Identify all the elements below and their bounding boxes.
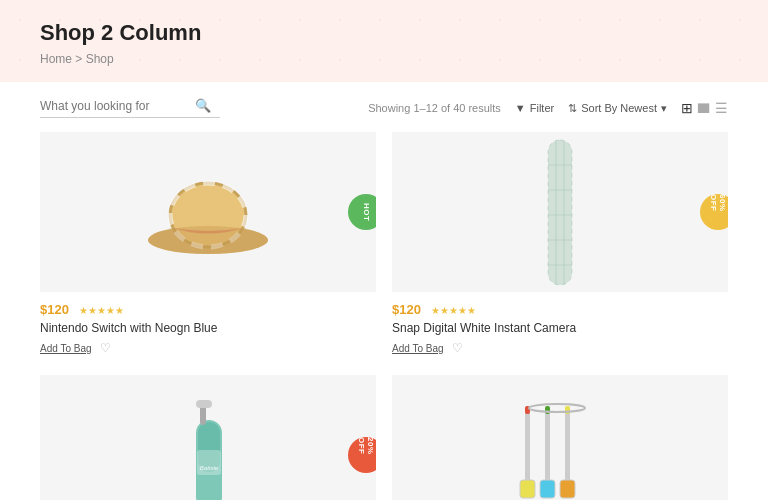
svg-point-4	[148, 226, 268, 254]
filter-icon: ▼	[515, 102, 526, 114]
search-icon[interactable]: 🔍	[195, 98, 211, 113]
breadcrumb: Home > Shop	[40, 52, 728, 66]
toolbar: 🔍 Showing 1–12 of 40 results ▼ Filter ⇅ …	[40, 98, 728, 118]
product-image-wrapper: Batiste 20% OFF	[40, 375, 376, 500]
toolbar-right: Showing 1–12 of 40 results ▼ Filter ⇅ So…	[368, 101, 728, 115]
results-count: Showing 1–12 of 40 results	[368, 102, 501, 114]
product-image-wrapper	[392, 375, 728, 500]
svg-rect-21	[520, 480, 535, 498]
add-to-bag-button[interactable]: Add To Bag	[40, 343, 92, 354]
search-wrapper[interactable]: 🔍	[40, 98, 220, 118]
svg-rect-20	[525, 410, 530, 485]
grid-view-icon[interactable]: ⊞	[681, 101, 693, 115]
sort-icon: ⇅	[568, 102, 577, 115]
product-image-wrapper: 60% OFF	[392, 132, 728, 292]
product-actions: Add To Bag ♡	[392, 341, 728, 355]
svg-rect-5	[548, 140, 572, 285]
svg-rect-27	[560, 480, 575, 498]
wishlist-icon[interactable]: ♡	[100, 341, 111, 355]
product-badge: HOT	[348, 194, 376, 230]
product-name: Snap Digital White Instant Camera	[392, 321, 728, 335]
product-card: Batiste 20% OFF $120 ★★★★★ Product 3 Add…	[40, 375, 376, 500]
header-banner: Shop 2 Column Home > Shop	[0, 0, 768, 82]
filter-button[interactable]: ▼ Filter	[515, 102, 554, 114]
product-actions: Add To Bag ♡	[40, 341, 376, 355]
product-image-wrapper: HOT	[40, 132, 376, 292]
product-name: Nintendo Switch with Neogn Blue	[40, 321, 376, 335]
wishlist-icon[interactable]: ♡	[452, 341, 463, 355]
product-badge: 20% OFF	[348, 437, 376, 473]
sort-button[interactable]: ⇅ Sort By Newest ▾	[568, 102, 667, 115]
product-card: HOT $120 ★★★★★ Nintendo Switch with Neog…	[40, 132, 376, 359]
view-icons: ⊞ ⯀ ☰	[681, 101, 728, 115]
product-badge: 60% OFF	[700, 194, 728, 230]
page-title: Shop 2 Column	[40, 20, 728, 46]
add-to-bag-button[interactable]: Add To Bag	[392, 343, 444, 354]
product-stars: ★★★★★	[79, 305, 124, 316]
svg-rect-17	[196, 400, 212, 408]
svg-point-29	[529, 404, 585, 412]
product-price: $120	[40, 302, 69, 317]
chevron-down-icon: ▾	[661, 102, 667, 115]
grid-small-view-icon[interactable]: ⯀	[697, 101, 711, 115]
product-grid: HOT $120 ★★★★★ Nintendo Switch with Neog…	[40, 132, 728, 500]
svg-rect-23	[545, 410, 550, 485]
main-content: 🔍 Showing 1–12 of 40 results ▼ Filter ⇅ …	[0, 82, 768, 500]
product-stars: ★★★★★	[431, 305, 476, 316]
product-info: $120 ★★★★★ Snap Digital White Instant Ca…	[392, 292, 728, 359]
svg-rect-26	[565, 410, 570, 485]
product-card: $120 ★★★★★ Product 4 Add To Bag ♡	[392, 375, 728, 500]
svg-rect-24	[540, 480, 555, 498]
product-card: 60% OFF $120 ★★★★★ Snap Digital White In…	[392, 132, 728, 359]
product-info: $120 ★★★★★ Nintendo Switch with Neogn Bl…	[40, 292, 376, 359]
search-input[interactable]	[40, 99, 195, 113]
product-price: $120	[392, 302, 421, 317]
list-view-icon[interactable]: ☰	[715, 101, 728, 115]
svg-rect-19	[197, 450, 221, 475]
